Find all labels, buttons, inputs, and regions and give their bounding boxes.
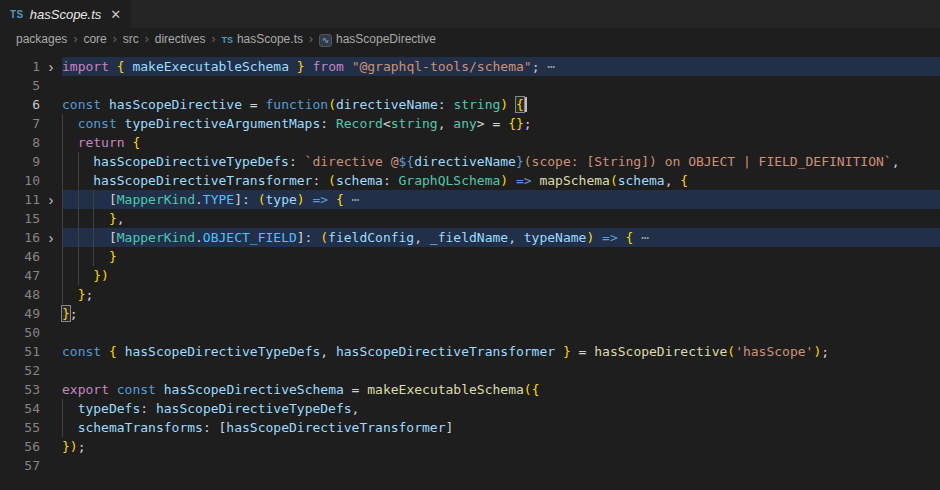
code-line-content[interactable]: }	[62, 247, 940, 266]
code-token: {	[680, 173, 688, 188]
fold-chevron-icon[interactable]: ›	[40, 57, 62, 76]
gutter: 10	[0, 171, 62, 190]
line-number: 57	[0, 456, 40, 475]
code-token: GraphQLSchema	[399, 173, 501, 188]
code-line-content[interactable]: };	[62, 304, 940, 323]
code-token: {	[132, 135, 140, 150]
breadcrumb-item-packages[interactable]: packages	[16, 32, 67, 46]
breadcrumb-item-core[interactable]: core	[83, 32, 106, 46]
gutter: 51	[0, 342, 62, 361]
editor: 1›import { makeExecutableSchema } from "…	[0, 50, 940, 475]
code-token: directiveName	[336, 97, 438, 112]
code-token	[328, 192, 336, 207]
code-line: 56});	[0, 437, 940, 456]
code-line-content[interactable]	[62, 323, 940, 342]
code-token: :	[383, 173, 399, 188]
fold-chevron-icon[interactable]: ›	[40, 190, 62, 209]
code-token: makeExecutableSchema	[367, 382, 524, 397]
code-line: 47})	[0, 266, 940, 285]
code-token: }	[516, 154, 524, 169]
code-line: 55schemaTransforms: [hasScopeDirectiveTr…	[0, 418, 940, 437]
code-token: return	[78, 135, 125, 150]
gutter: 54	[0, 399, 62, 418]
fold-gutter-spacer	[40, 285, 62, 304]
fold-gutter-spacer	[40, 380, 62, 399]
line-number: 1	[0, 57, 40, 76]
code-token: }	[563, 344, 571, 359]
code-line-content[interactable]: },	[62, 209, 940, 228]
code-token: hasScopeDirective	[594, 344, 727, 359]
code-line-content[interactable]: hasScopeDirectiveTransformer: (schema: G…	[62, 171, 940, 190]
code-token: =	[242, 97, 265, 112]
tab-hasscope[interactable]: TS hasScope.ts ✕	[0, 0, 132, 28]
code-token	[117, 116, 125, 131]
code-line-content[interactable]: [MapperKind.OBJECT_FIELD]: (fieldConfig,…	[62, 228, 940, 247]
line-number: 49	[0, 304, 40, 323]
code-line-content[interactable]: export const hasScopeDirectiveSchema = m…	[62, 380, 940, 399]
code-line: 51const { hasScopeDirectiveTypeDefs, has…	[0, 342, 940, 361]
code-token: const	[62, 97, 101, 112]
breadcrumb-item-src[interactable]: src	[123, 32, 139, 46]
code-line-content[interactable]: });	[62, 437, 940, 456]
indent-guide	[93, 209, 109, 228]
gutter: 56	[0, 437, 62, 456]
line-number: 7	[0, 114, 40, 133]
line-number: 5	[0, 76, 40, 95]
gutter: 16›	[0, 228, 62, 247]
code-token: (	[328, 173, 336, 188]
code-token	[156, 382, 164, 397]
code-token: TYPE	[203, 192, 234, 207]
gutter: 11›	[0, 190, 62, 209]
code-token: :	[320, 116, 336, 131]
tab-bar: TS hasScope.ts ✕	[0, 0, 940, 28]
gutter: 5	[0, 76, 62, 95]
code-token	[289, 59, 297, 74]
code-token: string	[453, 97, 500, 112]
code-token: ;	[821, 344, 829, 359]
code-token: from	[312, 59, 343, 74]
code-line-content[interactable]	[62, 76, 940, 95]
gutter: 55	[0, 418, 62, 437]
code-line-content[interactable]: const { hasScopeDirectiveTypeDefs, hasSc…	[62, 342, 940, 361]
code-line-content[interactable]: return {	[62, 133, 940, 152]
code-line-content[interactable]: import { makeExecutableSchema } from "@g…	[62, 57, 940, 76]
code-token: (scope: [String]) on OBJECT | FIELD_DEFI…	[524, 154, 892, 169]
code-line-content[interactable]: const typeDirectiveArgumentMaps: Record<…	[62, 114, 940, 133]
gutter: 57	[0, 456, 62, 475]
code-token: }	[109, 249, 117, 264]
line-number: 16	[0, 228, 40, 247]
indent-guide	[62, 266, 78, 285]
code-token: ,	[665, 173, 681, 188]
code-token: ,	[320, 344, 336, 359]
code-line-content[interactable]	[62, 456, 940, 475]
code-token: const	[117, 382, 156, 397]
gutter: 7	[0, 114, 62, 133]
breadcrumb-item-file[interactable]: TShasScope.ts	[221, 32, 303, 46]
code-token: ,	[117, 211, 125, 226]
close-icon[interactable]: ✕	[110, 8, 121, 21]
gutter: 6	[0, 95, 62, 114]
gutter: 53	[0, 380, 62, 399]
code-token	[117, 344, 125, 359]
breadcrumb-item-symbol[interactable]: ∿hasScopeDirective	[319, 32, 436, 46]
code-line-content[interactable]: schemaTransforms: [hasScopeDirectiveTran…	[62, 418, 940, 437]
breadcrumb-separator-icon: ›	[211, 32, 215, 46]
breadcrumb-item-directives[interactable]: directives	[155, 32, 206, 46]
code-line-content[interactable]: const hasScopeDirective = function(direc…	[62, 95, 940, 114]
code-line-content[interactable]: hasScopeDirectiveTypeDefs: `directive @$…	[62, 152, 940, 171]
code-token: hasScopeDirectiveSchema	[164, 382, 344, 397]
code-line-content[interactable]: [MapperKind.TYPE]: (type) => { ⋯	[62, 190, 940, 209]
breadcrumb-separator-icon: ›	[145, 32, 149, 46]
gutter: 46	[0, 247, 62, 266]
code-line-content[interactable]	[62, 361, 940, 380]
code-token: =	[571, 344, 594, 359]
fold-chevron-icon[interactable]: ›	[40, 228, 62, 247]
code-line-content[interactable]: };	[62, 285, 940, 304]
code-line-content[interactable]: })	[62, 266, 940, 285]
indent-guide	[62, 285, 78, 304]
code-token: )	[500, 97, 508, 112]
breadcrumb-file-label: hasScope.ts	[237, 32, 303, 46]
code-token: hasScopeDirectiveTransformer	[93, 173, 312, 188]
code-line-content[interactable]: typeDefs: hasScopeDirectiveTypeDefs,	[62, 399, 940, 418]
line-number: 52	[0, 361, 40, 380]
